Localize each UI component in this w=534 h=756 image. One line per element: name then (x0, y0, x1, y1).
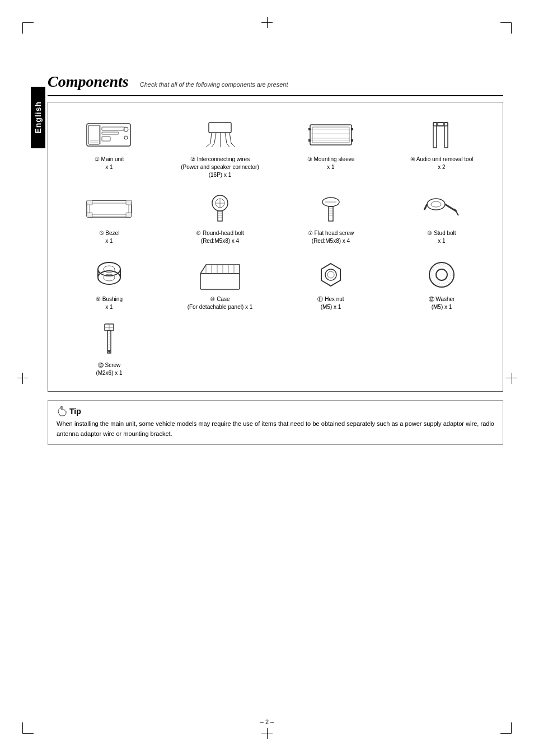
component-flat-screw: ⑦ Flat head screw (Red:M5x8) x 4 (275, 185, 386, 251)
components-grid: ① Main unit x 1 (48, 102, 503, 392)
svg-point-79 (436, 269, 447, 280)
flat-screw-icon (306, 190, 356, 227)
component-7-label: ⑦ Flat head screw (Red:M5x8) x 4 (308, 229, 354, 245)
svg-point-56 (427, 199, 445, 210)
main-content: Components Check that all of the followi… (48, 73, 503, 711)
component-main-unit: ① Main unit x 1 (54, 111, 165, 185)
svg-point-78 (429, 262, 454, 287)
removal-tool-icon (416, 116, 467, 153)
wires-icon (195, 116, 245, 153)
tip-text: When installing the main unit, some vehi… (57, 419, 494, 439)
component-bushing: ⑨ Bushing x 1 (54, 251, 165, 317)
svg-point-77 (327, 271, 334, 278)
svg-line-19 (227, 143, 229, 147)
svg-line-12 (214, 133, 216, 143)
tip-box: Tip When installing the main unit, some … (48, 400, 503, 445)
svg-rect-27 (308, 128, 311, 130)
svg-rect-30 (351, 139, 353, 142)
svg-rect-38 (126, 200, 132, 205)
screw-icon (84, 322, 134, 359)
svg-rect-67 (200, 274, 240, 289)
component-11-label: ⑪ Hex nut (M5) x 1 (317, 295, 344, 311)
page-title: Components (48, 73, 129, 91)
main-unit-icon (84, 116, 134, 153)
component-8-label: ⑧ Stud bolt x 1 (427, 229, 456, 245)
svg-rect-34 (438, 123, 448, 126)
language-label: English (34, 101, 43, 134)
component-10-label: ⑩ Case (For detachable panel) x 1 (188, 295, 253, 311)
svg-line-59 (455, 209, 458, 215)
svg-point-80 (433, 266, 451, 284)
component-5-label: ⑤ Bezel x 1 (99, 229, 120, 245)
component-mounting-sleeve: ③ Mounting sleeve x 1 (275, 111, 386, 185)
corner-mark-bl (22, 722, 34, 734)
page-number: – 2 – (260, 719, 274, 725)
svg-rect-4 (102, 132, 119, 134)
component-12-label: ⑫ Washer (M5) x 1 (429, 295, 455, 311)
bezel-icon (84, 190, 134, 227)
case-icon (195, 256, 245, 293)
component-hex-nut: ⑪ Hex nut (M5) x 1 (275, 251, 386, 317)
svg-line-17 (212, 143, 214, 147)
component-wires: ② Interconnecting wires (Power and speak… (165, 111, 275, 185)
component-stud-bolt: ⑧ Stud bolt x 1 (386, 185, 497, 251)
round-bolt-icon (195, 190, 245, 227)
component-9-label: ⑨ Bushing x 1 (96, 295, 123, 311)
svg-point-61 (98, 262, 120, 276)
svg-point-57 (431, 201, 441, 207)
corner-mark-tr (500, 22, 512, 34)
svg-point-66 (104, 274, 115, 281)
corner-mark-br (500, 722, 512, 734)
tip-header: Tip (57, 406, 494, 416)
tip-label: Tip (69, 407, 81, 416)
svg-rect-21 (310, 125, 352, 145)
svg-line-15 (229, 133, 231, 143)
component-washer: ⑫ Washer (M5) x 1 (386, 251, 497, 317)
svg-rect-10 (209, 123, 231, 133)
svg-rect-36 (90, 203, 129, 214)
corner-mark-tl (22, 22, 34, 34)
component-bezel: ⑤ Bezel x 1 (54, 185, 165, 251)
svg-point-81 (431, 264, 452, 285)
component-13-label: ⑬ Screw (M2x6) x 1 (96, 361, 122, 377)
component-screw: ⑬ Screw (M2x6) x 1 (54, 317, 165, 383)
svg-rect-29 (351, 128, 353, 130)
component-4-label: ④ Audio unit removal tool x 2 (410, 156, 474, 171)
component-6-label: ⑥ Round-head bolt (Red:M5x8) x 4 (196, 229, 244, 245)
svg-point-65 (98, 271, 120, 284)
svg-rect-35 (87, 200, 132, 217)
svg-line-60 (424, 204, 427, 210)
svg-rect-40 (126, 213, 132, 217)
svg-marker-75 (321, 264, 340, 286)
svg-line-20 (231, 143, 235, 147)
washer-icon (416, 256, 467, 293)
svg-rect-1 (88, 125, 100, 144)
svg-rect-3 (102, 127, 124, 130)
hex-nut-icon (306, 256, 356, 293)
svg-rect-39 (87, 213, 92, 217)
bushing-icon (84, 256, 134, 293)
svg-rect-28 (308, 139, 311, 142)
svg-rect-7 (102, 137, 110, 141)
component-2-label: ② Interconnecting wires (Power and speak… (181, 156, 259, 179)
page-header: Components Check that all of the followi… (48, 73, 503, 91)
svg-line-16 (206, 143, 210, 147)
svg-rect-32 (433, 123, 443, 126)
header-divider (48, 95, 503, 96)
component-3-label: ③ Mounting sleeve x 1 (307, 156, 355, 171)
mounting-sleeve-icon (306, 116, 356, 153)
svg-point-6 (124, 136, 128, 139)
svg-rect-45 (218, 211, 222, 221)
component-case: ⑩ Case (For detachable panel) x 1 (165, 251, 275, 317)
svg-line-14 (225, 133, 227, 143)
svg-rect-37 (87, 200, 92, 205)
language-sidebar: English (31, 87, 45, 148)
svg-point-76 (325, 269, 336, 280)
svg-line-11 (210, 133, 212, 143)
tip-icon (57, 406, 67, 416)
stud-bolt-icon (416, 190, 467, 227)
component-removal-tool: ④ Audio unit removal tool x 2 (386, 111, 497, 185)
component-1-label: ① Main unit x 1 (95, 156, 124, 171)
component-round-bolt: ⑥ Round-head bolt (Red:M5x8) x 4 (165, 185, 275, 251)
page-subtitle: Check that all of the following componen… (140, 81, 288, 88)
